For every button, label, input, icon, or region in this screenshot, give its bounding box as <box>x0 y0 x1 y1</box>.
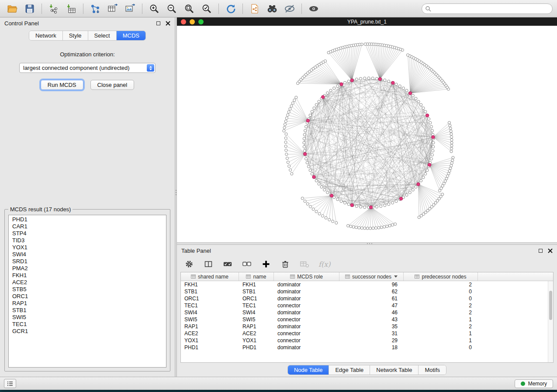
mcds-result-title: MCDS result (17 nodes) <box>8 206 73 213</box>
tab-network[interactable]: Network <box>29 31 63 40</box>
minimize-window-icon[interactable] <box>190 19 195 24</box>
select-stepper-icon <box>147 64 154 72</box>
tab-motifs[interactable]: Motifs <box>419 365 446 375</box>
refresh-button[interactable] <box>223 2 239 15</box>
table-row[interactable]: STB1STB1dominator620 <box>181 288 553 295</box>
cell-shared-name: SWI5 <box>181 316 239 323</box>
cell-name: STB1 <box>239 289 274 295</box>
tab-select[interactable]: Select <box>88 31 117 40</box>
table-row[interactable]: FKH1FKH1dominator962 <box>181 281 553 288</box>
function-builder-button[interactable]: f(x) <box>318 260 330 268</box>
save-session-button[interactable] <box>22 2 38 15</box>
cell-successor-nodes: 62 <box>339 289 404 295</box>
criterion-selected-value: largest connected component (undirected) <box>23 65 130 71</box>
main-toolbar <box>0 0 557 17</box>
mcds-result-item[interactable]: SWI5 <box>9 314 166 321</box>
cell-name: SWI4 <box>239 309 274 316</box>
horizontal-splitter[interactable] <box>177 242 557 245</box>
export-document-button[interactable] <box>247 2 263 15</box>
unchecked-boxes-icon <box>242 260 252 268</box>
zoom-in-button[interactable] <box>146 2 162 15</box>
zoom-in-icon <box>149 3 159 14</box>
hide-details-button[interactable] <box>282 2 298 15</box>
tab-mcds[interactable]: MCDS <box>117 31 145 40</box>
table-row[interactable]: ACE2ACE2connector311 <box>181 330 553 337</box>
splitter-handle-icon <box>367 243 368 244</box>
zoom-selected-icon <box>201 3 212 14</box>
table-row[interactable]: SWI4SWI4dominator462 <box>181 309 553 316</box>
mcds-result-item[interactable]: RAP1 <box>9 300 166 307</box>
tab-network-table[interactable]: Network Table <box>370 365 419 375</box>
select-all-button[interactable] <box>222 259 233 269</box>
import-network-button[interactable] <box>46 2 62 15</box>
mcds-result-item[interactable]: TEC1 <box>9 321 166 328</box>
show-details-button[interactable] <box>306 2 322 15</box>
mcds-result-item[interactable]: STP4 <box>9 230 166 237</box>
zoom-out-button[interactable] <box>164 2 180 15</box>
table-row[interactable]: TEC1TEC1connector472 <box>181 302 553 309</box>
column-header-label: predecessor nodes <box>422 274 466 280</box>
tab-node-table[interactable]: Node Table <box>288 365 329 375</box>
float-panel-icon[interactable] <box>539 249 543 253</box>
column-header-successor-nodes[interactable]: successor nodes <box>339 272 404 281</box>
search-network-button[interactable] <box>264 2 280 15</box>
import-table-button[interactable] <box>63 2 79 15</box>
export-table-button[interactable] <box>105 2 121 15</box>
mcds-result-item[interactable]: PMA2 <box>9 265 166 272</box>
mcds-result-item[interactable]: YOX1 <box>9 244 166 251</box>
mcds-result-item[interactable]: SRD1 <box>9 258 166 265</box>
close-panel-icon[interactable] <box>548 248 553 253</box>
unselect-all-button[interactable] <box>242 259 252 269</box>
cell-shared-name: ORC1 <box>181 296 239 302</box>
scrollbar-thumb[interactable] <box>549 291 552 320</box>
mcds-result-item[interactable]: SWI4 <box>9 251 166 258</box>
add-column-button[interactable] <box>261 259 271 269</box>
panel-menu-button[interactable] <box>4 379 16 388</box>
export-image-button[interactable] <box>122 2 138 15</box>
tab-edge-table[interactable]: Edge Table <box>329 365 370 375</box>
mcds-result-item[interactable]: GCR1 <box>9 328 166 335</box>
cell-shared-name: STB1 <box>181 289 239 295</box>
mcds-result-item[interactable]: PHD1 <box>9 216 166 223</box>
mcds-result-item[interactable]: STB5 <box>9 286 166 293</box>
table-row[interactable]: ORC1ORC1dominator610 <box>181 295 553 302</box>
mcds-result-list[interactable]: PHD1CAR1STP4TID3YOX1SWI4SRD1PMA2FKH1ACE2… <box>8 215 166 368</box>
delete-table-button[interactable] <box>299 259 310 269</box>
show-columns-button[interactable] <box>203 259 214 269</box>
mcds-result-item[interactable]: FKH1 <box>9 272 166 279</box>
table-scrollbar[interactable] <box>548 281 553 362</box>
table-row[interactable]: PHD1PHD1dominator180 <box>181 344 553 351</box>
table-row[interactable]: SWI5SWI5connector431 <box>181 316 553 323</box>
close-window-icon[interactable] <box>181 19 186 24</box>
mcds-result-item[interactable]: CAR1 <box>9 223 166 230</box>
table-row[interactable]: YOX1YOX1connector291 <box>181 337 553 344</box>
memory-button[interactable]: Memory <box>515 379 553 388</box>
column-header-predecessor-nodes[interactable]: predecessor nodes <box>404 272 478 281</box>
tab-style[interactable]: Style <box>63 31 88 40</box>
vertical-splitter[interactable] <box>175 17 177 377</box>
zoom-fit-button[interactable] <box>181 2 197 15</box>
cell-name: RAP1 <box>239 323 274 330</box>
mcds-result-item[interactable]: ACE2 <box>9 279 166 286</box>
delete-column-button[interactable] <box>280 259 291 269</box>
search-input[interactable] <box>422 3 553 14</box>
network-canvas[interactable] <box>177 26 557 242</box>
zoom-selected-button[interactable] <box>199 2 214 15</box>
maximize-window-icon[interactable] <box>198 19 204 24</box>
open-session-button[interactable] <box>4 2 20 15</box>
close-panel-icon[interactable] <box>166 21 170 26</box>
export-network-button[interactable] <box>87 2 103 15</box>
table-row[interactable]: RAP1RAP1dominator352 <box>181 323 553 330</box>
run-mcds-button[interactable]: Run MCDS <box>41 80 83 90</box>
mcds-result-item[interactable]: TID3 <box>9 237 166 244</box>
table-settings-button[interactable] <box>184 259 194 269</box>
column-header-name[interactable]: name <box>239 272 274 281</box>
mcds-result-item[interactable]: STB1 <box>9 307 166 314</box>
cell-MCDS-role: dominator <box>274 289 339 295</box>
mcds-result-item[interactable]: ORC1 <box>9 293 166 300</box>
column-header-shared-name[interactable]: shared name <box>181 272 239 281</box>
criterion-select[interactable]: largest connected component (undirected) <box>19 63 156 73</box>
float-panel-icon[interactable] <box>156 21 160 25</box>
close-panel-button[interactable]: Close panel <box>90 80 135 90</box>
column-header-MCDS-role[interactable]: MCDS role <box>274 272 339 281</box>
